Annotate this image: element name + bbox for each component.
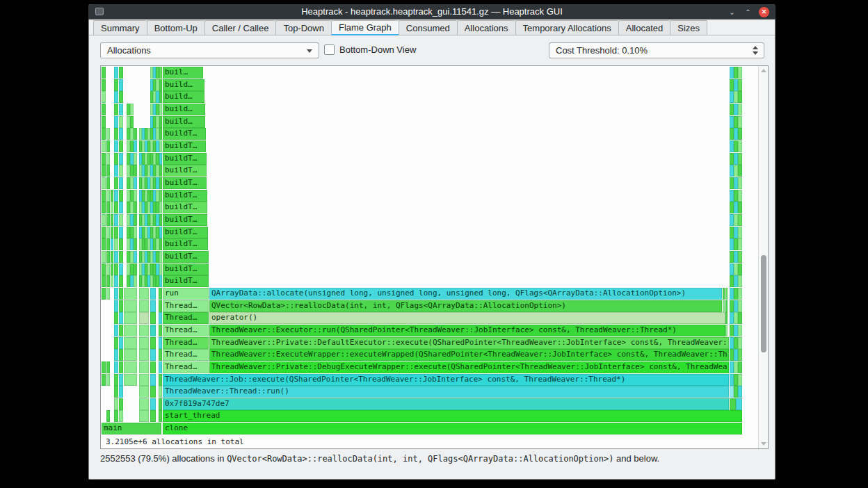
flame-cell[interactable] [106,288,110,300]
flame-cell[interactable] [119,300,123,312]
flame-cell[interactable] [150,386,156,398]
flame-cell[interactable] [102,374,106,386]
flame-cell[interactable] [150,398,156,410]
flame-cell[interactable]: ThreadWeaver::Private::DebugExecuteWrapp… [209,361,729,373]
tab-allocations[interactable]: Allocations [457,20,515,35]
flame-cell[interactable] [102,202,106,213]
flame-cell[interactable] [119,361,123,373]
flame-cell[interactable] [159,227,162,238]
flame-cell[interactable] [111,190,113,202]
flame-cell[interactable] [159,349,162,361]
flame-cell[interactable] [130,116,134,128]
flame-cell[interactable] [134,153,137,165]
flame-cell[interactable] [124,337,137,349]
flame-cell[interactable] [150,349,156,361]
flame-cell[interactable] [114,177,118,189]
flame-cell[interactable] [159,325,162,336]
flame-cell[interactable]: build… [163,79,204,91]
bottom-down-view-checkbox[interactable]: Bottom-Down View [324,44,416,55]
flame-cell[interactable] [102,165,106,177]
flame-cell[interactable] [159,67,162,79]
flame-cell[interactable] [725,325,728,336]
flame-cell[interactable] [106,227,110,238]
maximize-button[interactable]: ⌃ [743,7,753,17]
spin-up-icon[interactable] [753,46,758,49]
flame-cell[interactable] [119,91,123,103]
flame-cell[interactable] [106,263,110,275]
flame-cell[interactable]: buildT… [163,214,207,226]
flame-cell[interactable] [730,398,736,410]
flame-cell[interactable] [124,374,137,386]
flame-cell[interactable] [119,67,123,79]
flame-cell[interactable] [119,251,123,263]
flame-cell[interactable] [738,79,742,91]
flame-cell[interactable]: ThreadWeaver::Executor::run(QSharedPoint… [209,325,725,336]
flame-cell[interactable] [150,312,156,324]
flame-cell[interactable] [159,410,162,422]
flame-cell[interactable] [738,116,742,128]
flame-cell[interactable] [119,275,123,287]
flame-cell[interactable]: buildT… [163,177,207,189]
flame-cell[interactable] [119,140,123,152]
flame-cell[interactable] [106,361,110,373]
flame-cell[interactable] [159,202,162,213]
flame-cell[interactable] [150,337,156,349]
flame-cell[interactable] [114,312,118,324]
flame-cell[interactable] [159,140,162,152]
flame-cell[interactable] [134,177,137,189]
flame-cell[interactable] [102,91,106,103]
flame-cell[interactable] [102,116,106,128]
flame-cell[interactable] [134,165,137,177]
flame-cell[interactable] [102,214,106,226]
flame-cell[interactable] [119,288,123,300]
flame-cell[interactable] [106,190,110,202]
flame-cell[interactable] [114,140,118,152]
flame-cell[interactable] [114,386,118,398]
flame-cell[interactable] [159,165,162,177]
flame-cell[interactable] [738,104,742,115]
cost-threshold-spinbox[interactable]: Cost Threshold: 0.10% [549,42,764,58]
flame-cell[interactable]: Thread… [163,325,209,336]
flame-cell[interactable] [134,140,137,152]
flame-cell[interactable] [159,79,162,91]
flame-cell[interactable] [738,128,742,140]
scroll-down-icon[interactable] [761,442,766,446]
flame-cell[interactable]: QVector<RowData>::reallocData(int, int, … [209,300,722,312]
flame-cell[interactable] [134,227,137,238]
flame-cell[interactable]: Thread… [163,300,209,312]
flame-cell[interactable] [738,288,742,300]
flame-cell[interactable] [159,251,162,263]
flame-cell[interactable]: buildT… [163,190,207,202]
flame-cell[interactable] [738,374,742,386]
flame-cell[interactable]: buildT… [163,227,208,238]
flame-cell[interactable] [114,190,118,202]
flame-cell[interactable] [114,275,118,287]
flame-cell[interactable] [106,165,110,177]
flame-cell[interactable] [134,275,137,287]
flame-cell[interactable] [139,349,149,361]
flame-cell[interactable] [150,361,156,373]
flame-cell[interactable]: Thread… [163,312,209,324]
flame-cell[interactable] [736,398,742,410]
flame-cell[interactable] [738,91,742,103]
flame-cell[interactable] [159,374,162,386]
flame-cell[interactable] [159,104,162,115]
flame-cell[interactable]: buildT… [163,263,209,275]
flame-cell[interactable] [114,288,118,300]
tab-consumed[interactable]: Consumed [399,20,457,35]
flame-cell[interactable] [738,202,742,213]
flame-cell[interactable] [139,300,149,312]
flame-cell[interactable] [102,190,106,202]
flame-cell[interactable] [114,165,118,177]
flame-cell[interactable] [106,128,110,140]
flame-cell[interactable] [159,386,162,398]
tab-summary[interactable]: Summary [93,20,147,35]
flame-cell[interactable] [134,190,137,202]
flame-cell[interactable] [114,214,118,226]
flame-cell[interactable] [119,386,123,398]
flame-cell[interactable] [114,91,118,103]
flame-cell[interactable] [102,153,106,165]
flame-cell[interactable] [134,238,137,250]
flame-cell[interactable] [124,325,137,336]
flame-cell[interactable] [114,104,118,115]
